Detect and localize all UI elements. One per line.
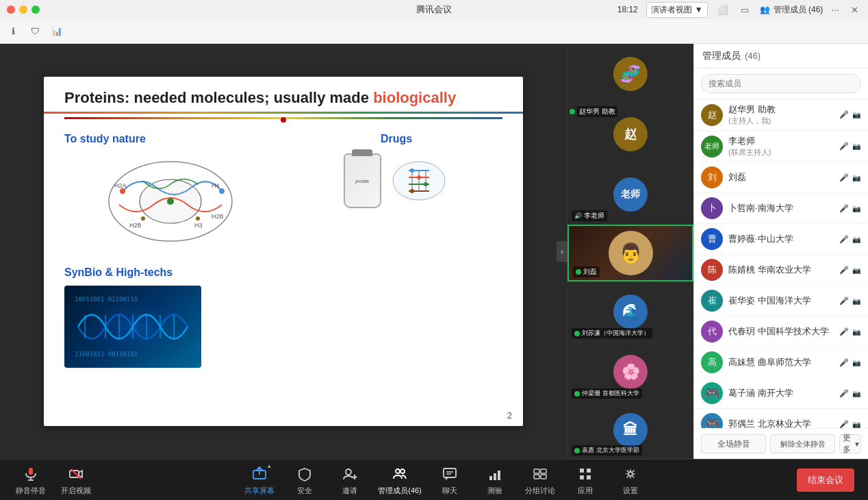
members-panel: 管理成员 (46) 赵 赵华男 助教 (主持人，我) 🎤 📷 老师 [693, 44, 868, 459]
member-item: 曹 曹婷薇·中山大学 🎤 📷 [694, 224, 868, 255]
more-options-button[interactable]: ··· [831, 4, 839, 15]
cam-icon: 📷 [852, 388, 861, 398]
audio-button[interactable]: 静音停音 [14, 464, 48, 496]
member-item: 陈 陈婧桃 华南农业大学 🎤 📷 [694, 255, 868, 286]
info-icon[interactable]: ℹ [7, 25, 19, 38]
manage-members-button[interactable]: 管理成员(46) [378, 464, 422, 496]
share-screen-button[interactable]: ▲ 共享屏幕 [242, 464, 277, 496]
member-info: 李老师 (联席主持人) [728, 135, 834, 158]
manage-label: 管理成员(46) [378, 486, 422, 496]
speaker-icon: 🔊 [574, 212, 582, 219]
tile-mic-icon-4 [574, 448, 580, 453]
member-info: 代春玥 中国科学技术大学 [728, 325, 834, 338]
tile-name-yuan: 袁惠 北京大学医学部 [582, 446, 639, 455]
member-sub: (主持人，我) [728, 116, 834, 126]
maximize-window-button[interactable] [31, 5, 40, 14]
svg-rect-59 [587, 468, 591, 473]
member-name: 赵华男 助教 [728, 103, 834, 116]
member-item: 崔 崔华姿 中国海洋大学 🎤 📷 [694, 286, 868, 316]
member-item: 代 代春玥 中国科学技术大学 🎤 📷 [694, 316, 868, 347]
tile-label-liusu: 刘苏濂（中国海洋大学） [572, 328, 652, 338]
svg-rect-48 [444, 468, 456, 477]
close-window-button[interactable] [7, 5, 15, 14]
member-icons: 🎤 📷 [839, 358, 861, 367]
members-svg [392, 466, 407, 482]
pip-button[interactable]: ▭ [738, 3, 752, 16]
member-info: 陈婧桃 华南农业大学 [728, 264, 834, 276]
svg-rect-58 [580, 468, 584, 473]
member-avatar: 老师 [701, 136, 723, 158]
member-name: 郭偶兰 北京林业大学 [728, 418, 834, 428]
avatar-teacher: 老师 [613, 177, 648, 212]
cam-icon: 📷 [852, 142, 861, 151]
minimize-window-button[interactable] [19, 5, 27, 14]
more-arrow: ▼ [854, 440, 860, 448]
tile-name-zhong: 仲梁珊 首都医科大学 [582, 389, 639, 398]
video-tile-yuan: 🏛 袁惠 北京大学医学部 [567, 402, 693, 459]
member-avatar: 卜 [701, 197, 723, 219]
members-list: 赵 赵华男 助教 (主持人，我) 🎤 📷 老师 李老师 (联席主持人) [694, 99, 868, 428]
titlebar-right: 18:12 演讲者视图 ▼ ⬜ ▭ 👥 管理成员 (46) ··· ✕ [617, 2, 861, 18]
tile-name-teacher: 李老师 [584, 211, 604, 221]
mute-all-button[interactable]: 全场静音 [701, 434, 766, 453]
end-meeting-area [860, 492, 868, 500]
settings-button[interactable]: 设置 [613, 464, 648, 496]
bottom-bar: 静音停音 开启视频 ▲ 共享屏幕 [0, 459, 868, 500]
tile-label-zhong: 仲梁珊 首都医科大学 [572, 388, 642, 399]
avatar-zhao: 赵 [613, 117, 648, 151]
member-item: 🎮 葛子涵 南开大学 🎤 📷 [694, 378, 868, 409]
invite-button[interactable]: 邀请 [333, 464, 367, 496]
poll-button[interactable]: 测验 [478, 464, 512, 496]
view-mode-arrow: ▼ [695, 5, 703, 14]
poll-svg [487, 466, 502, 482]
svg-rect-56 [534, 475, 539, 479]
apps-icon [576, 464, 595, 484]
section-nature-title: To study nature [64, 133, 277, 145]
cam-icon: 📷 [852, 296, 861, 305]
end-meeting-button[interactable]: 结束会议 [797, 468, 854, 492]
svg-text:H2A: H2A [114, 182, 127, 189]
bar-chart-icon[interactable]: 📊 [51, 25, 63, 38]
member-icons: 🎤 📷 [839, 203, 861, 213]
member-avatar: 代 [701, 321, 723, 342]
video-label: 开启视频 [61, 486, 91, 496]
settings-label: 设置 [623, 486, 638, 496]
breakout-icon [531, 464, 550, 484]
chat-button[interactable]: 聊天 [433, 464, 467, 496]
section-synbio-title: SynBio & High-techs [64, 266, 502, 279]
search-input[interactable] [701, 74, 861, 93]
member-avatar: 陈 [701, 259, 723, 281]
member-item: 卜 卜哲南·南海大学 🎤 📷 [694, 193, 868, 224]
svg-point-4 [167, 198, 174, 205]
expand-button[interactable]: ⬜ [716, 3, 730, 16]
member-avatar: 曹 [701, 228, 723, 250]
window-controls[interactable] [7, 5, 40, 14]
more-members-button[interactable]: 更多 ▼ [839, 434, 861, 453]
svg-rect-53 [498, 471, 500, 480]
unmute-all-button[interactable]: 解除全体静音 [770, 434, 835, 453]
video-button[interactable]: 开启视频 [59, 464, 93, 496]
cam-icon: 📷 [852, 265, 861, 275]
poll-icon [485, 464, 505, 484]
member-sub: (联席主持人) [728, 147, 834, 158]
view-mode-button[interactable]: 演讲者视图 ▼ [646, 2, 708, 18]
breakout-button[interactable]: 分组讨论 [523, 464, 557, 496]
svg-text:H4: H4 [212, 182, 220, 189]
collapse-panel-button[interactable]: › [557, 241, 567, 262]
apps-button[interactable]: 应用 [568, 464, 602, 496]
slide-container: Proteins: needed molecules; usually made… [44, 77, 523, 426]
close-panel-button[interactable]: ✕ [847, 3, 861, 16]
manage-icon [390, 464, 409, 484]
video-tile-1: 🧬 [567, 44, 693, 104]
breakout-svg [533, 466, 548, 482]
mic-off-icon: 🎤 [839, 327, 849, 336]
security-button[interactable]: 安全 [288, 464, 322, 496]
svg-text:H3: H3 [194, 222, 203, 229]
video-tile-teacher: 老师 🔊 李老师 [567, 164, 693, 225]
apps-svg [578, 466, 593, 482]
invite-label: 邀请 [342, 486, 357, 496]
member-name: 李老师 [728, 135, 834, 147]
members-footer: 全场静音 解除全体静音 更多 ▼ [694, 428, 868, 459]
slide-section-drugs: Drugs prolia [290, 133, 502, 249]
shield-icon[interactable]: 🛡 [29, 25, 41, 38]
